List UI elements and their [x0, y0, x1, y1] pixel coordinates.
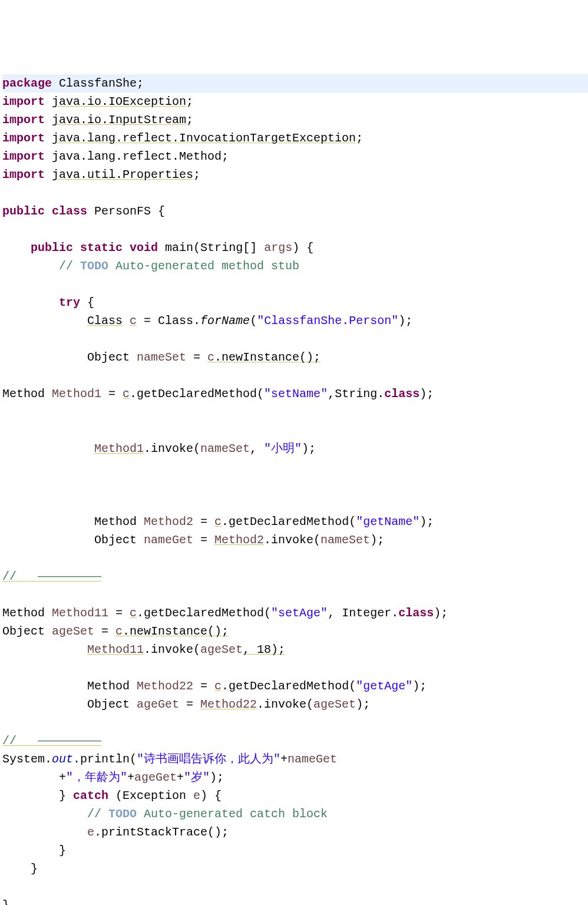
code-line: Class c = Class.forName("ClassfanShe.Per…	[2, 314, 412, 328]
code-line: Object ageGet = Method22.invoke(ageSet);	[2, 698, 370, 711]
code-line: }	[2, 844, 66, 857]
code-line: Method Method2 = c.getDeclaredMethod("ge…	[2, 515, 434, 529]
code-line: package ClassfanShe;	[2, 74, 588, 93]
code-line: Object ageSet = c.newInstance();	[2, 625, 229, 638]
code-line: // —————————	[2, 734, 101, 748]
code-line: Method1.invoke(nameSet, "小明");	[2, 442, 316, 455]
code-line: // —————————	[2, 570, 101, 583]
code-line: Object nameGet = Method2.invoke(nameSet)…	[2, 533, 384, 547]
code-line: e.printStackTrace();	[2, 825, 229, 839]
code-line: } catch (Exception e) {	[2, 789, 222, 802]
code-line: Method11.invoke(ageSet, 18);	[2, 643, 285, 656]
code-line: import java.io.InputStream;	[2, 113, 193, 127]
code-line: Method Method22 = c.getDeclaredMethod("g…	[2, 679, 427, 693]
code-line: public static void main(String[] args) {	[2, 241, 313, 255]
keyword-package: package	[2, 77, 52, 90]
code-editor: package ClassfanShe; import java.io.IOEx…	[0, 73, 588, 905]
code-line: import java.io.IOException;	[2, 95, 193, 108]
code-line: System.out.println("诗书画唱告诉你，此人为"+nameGet	[2, 752, 337, 766]
code-line: +"，年龄为"+ageGet+"岁");	[2, 771, 224, 784]
code-line: Method Method11 = c.getDeclaredMethod("s…	[2, 606, 448, 620]
code-line: Object nameSet = c.newInstance();	[2, 351, 321, 364]
code-line: }	[2, 899, 9, 905]
code-line: // TODO Auto-generated method stub	[2, 259, 299, 273]
code-line: import java.lang.reflect.Method;	[2, 150, 229, 163]
code-line: public class PersonFS {	[2, 204, 165, 218]
code-line: Method Method1 = c.getDeclaredMethod("se…	[2, 387, 434, 401]
code-line: }	[2, 862, 38, 876]
code-line: try {	[2, 296, 94, 309]
code-line: // TODO Auto-generated catch block	[2, 807, 328, 821]
code-line: import java.util.Properties;	[2, 168, 200, 181]
code-line: import java.lang.reflect.InvocationTarge…	[2, 131, 363, 145]
